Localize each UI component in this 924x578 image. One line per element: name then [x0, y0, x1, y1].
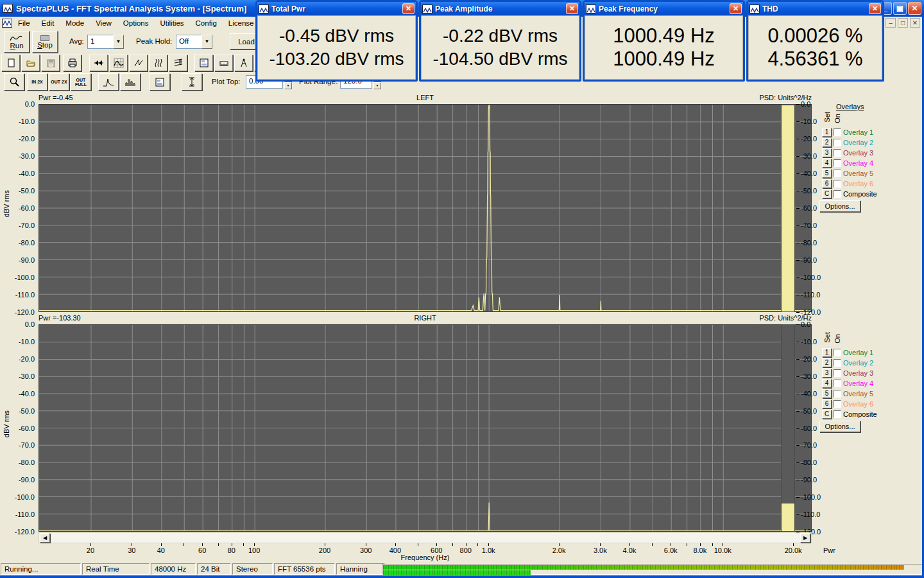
power-bar-left [781, 104, 795, 312]
status-mode: Real Time [82, 563, 150, 575]
playback-button[interactable] [89, 55, 108, 71]
overlay-on-checkbox[interactable] [834, 410, 841, 418]
menu-edit[interactable]: Edit [36, 18, 60, 28]
overlay-on-checkbox[interactable] [834, 149, 841, 157]
calipers-button[interactable] [234, 55, 253, 71]
spin-down-icon[interactable]: ▼ [284, 82, 292, 89]
menu-license[interactable]: License [223, 18, 260, 28]
overlay-set-button[interactable]: 2 [822, 358, 832, 367]
overlay-set-button[interactable]: 4 [822, 379, 832, 388]
peak-frequency-titlebar[interactable]: Peak Frequency ✕ [585, 2, 743, 15]
total-pwr-titlebar[interactable]: Total Pwr ✕ [257, 2, 416, 15]
overlay-set-button[interactable]: 5 [822, 169, 832, 178]
overlay-set-button[interactable]: 6 [822, 179, 832, 188]
overlay-on-checkbox[interactable] [834, 390, 841, 398]
overlay-on-checkbox[interactable] [834, 400, 841, 408]
overlay-label: Overlay 3 [843, 149, 873, 157]
bar-tick-label: -110.0 [801, 511, 820, 518]
overlay-on-checkbox[interactable] [834, 380, 841, 387]
scrollbar-right-arrow[interactable]: ▶ [800, 533, 810, 543]
new-file-button[interactable] [1, 55, 20, 71]
spectrum-plot-left[interactable] [38, 104, 812, 312]
overlay-on-checkbox[interactable] [834, 159, 841, 167]
close-icon[interactable]: ✕ [869, 3, 881, 14]
peak-amplitude-titlebar[interactable]: Peak Amplitude ✕ [421, 2, 579, 15]
avg-combo[interactable]: 1 ▼ [87, 35, 124, 49]
overlay-on-checkbox[interactable] [834, 349, 841, 356]
notes-icon [173, 58, 184, 68]
time-series-button[interactable] [129, 55, 148, 71]
menu-file[interactable]: File [12, 18, 36, 28]
overlay-set-button[interactable]: 4 [822, 159, 832, 168]
zoom-tool-button[interactable] [4, 73, 24, 91]
overlay-on-checkbox[interactable] [834, 170, 841, 177]
overlay-row-left-6: 6Overlay 6 [822, 179, 873, 188]
menu-mode[interactable]: Mode [60, 18, 90, 28]
overlay-on-checkbox[interactable] [834, 128, 841, 136]
thd-titlebar[interactable]: THD ✕ [748, 2, 882, 15]
bar-tick [796, 156, 800, 157]
close-icon[interactable]: ✕ [730, 3, 742, 14]
overlay-set-button[interactable]: 1 [822, 348, 832, 357]
bar-tick-label: -90.0 [801, 476, 817, 484]
open-file-button[interactable] [21, 55, 40, 71]
x-axis-tick [700, 543, 701, 546]
menu-view[interactable]: View [90, 18, 117, 28]
overlay-label: Overlay 2 [843, 359, 873, 367]
close-button[interactable]: ✕ [908, 2, 921, 15]
overlay-on-checkbox[interactable] [834, 180, 841, 188]
menu-options[interactable]: Options [117, 18, 155, 28]
overlay-row-right-3: 3Overlay 3 [822, 368, 873, 378]
bar-plot-button[interactable] [120, 73, 141, 91]
line-plot-button[interactable] [98, 73, 119, 91]
zoom-out-2x-button[interactable]: OUT 2X [49, 73, 69, 91]
spin-down-icon[interactable]: ▼ [373, 82, 381, 89]
mdi-minimize-button[interactable]: – [886, 18, 896, 28]
print-button[interactable] [63, 55, 81, 71]
overlay-on-checkbox[interactable] [834, 190, 841, 198]
overlay-row-right-C: CComposite [822, 409, 877, 419]
overlay-on-checkbox[interactable] [834, 359, 841, 367]
bar-tick [796, 191, 800, 191]
power-bar-fill [782, 504, 794, 531]
restore-button[interactable]: ▣ [893, 2, 907, 15]
peak-hold-combo[interactable]: Off ▼ [176, 35, 212, 49]
vertical-range-button[interactable] [182, 73, 202, 91]
scale-button[interactable] [214, 55, 233, 71]
zoom-out-full-button[interactable]: OUT FULL [71, 73, 91, 91]
run-button[interactable]: Run [4, 31, 30, 53]
mdi-close-button[interactable]: ✕ [910, 18, 920, 28]
save-button[interactable] [41, 55, 60, 71]
bar-tick [796, 342, 800, 342]
meters-window-button[interactable] [194, 55, 213, 71]
display-options-button[interactable] [150, 73, 170, 91]
avg-value: 1 [87, 35, 113, 49]
zoom-in-2x-button[interactable]: IN 2X [27, 73, 47, 91]
overlay-set-button[interactable]: C [822, 410, 832, 419]
spectrum-view-button[interactable] [109, 55, 128, 71]
menu-config[interactable]: Config [190, 18, 223, 28]
y-axis-tick-label: -120.0 [0, 308, 35, 316]
overlay-set-button[interactable]: 3 [822, 369, 832, 378]
overlay-on-checkbox[interactable] [834, 139, 841, 146]
overlay-on-checkbox[interactable] [834, 369, 841, 377]
close-icon[interactable]: ✕ [402, 3, 415, 14]
waterfall-button[interactable] [149, 55, 167, 71]
close-icon[interactable]: ✕ [566, 3, 578, 14]
scrollbar-left-arrow[interactable]: ◀ [40, 533, 50, 543]
overlay-options-button-left[interactable]: Options... [819, 200, 860, 212]
level-meter-left-bar [383, 565, 904, 570]
menu-utilities[interactable]: Utilities [155, 18, 190, 28]
overlay-set-button[interactable]: 5 [822, 389, 832, 398]
mdi-restore-button[interactable]: □ [898, 18, 908, 28]
spectrum-plot-right[interactable] [38, 324, 812, 532]
overlay-set-button[interactable]: C [822, 189, 832, 198]
overlay-set-button[interactable]: 6 [822, 399, 832, 408]
spectrogram-button[interactable] [169, 55, 187, 71]
overlay-set-button[interactable]: 1 [822, 128, 832, 137]
overlay-set-button[interactable]: 2 [822, 138, 832, 147]
freq-scrollbar[interactable] [38, 532, 812, 543]
overlay-set-button[interactable]: 3 [822, 148, 832, 157]
overlay-options-button-right[interactable]: Options... [819, 421, 860, 432]
stop-button[interactable]: Stop [32, 31, 58, 53]
